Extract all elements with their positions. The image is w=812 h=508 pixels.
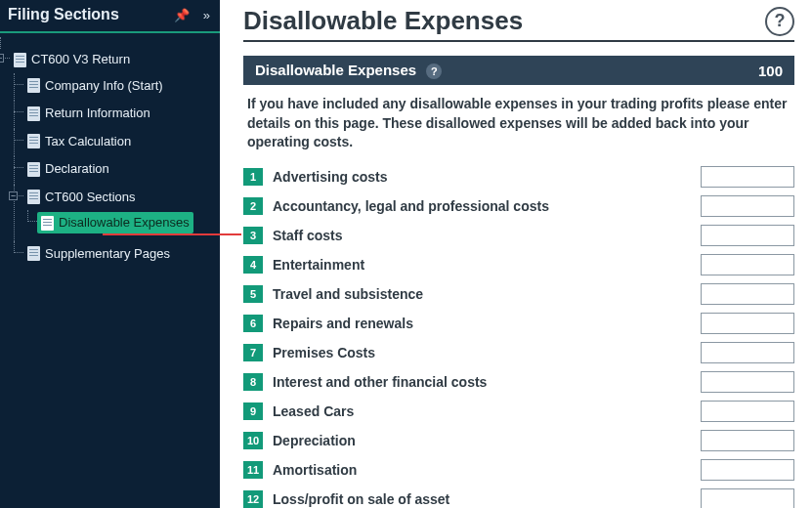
row-number: 7 (243, 344, 263, 361)
row-label: Leased Cars (273, 403, 701, 419)
section-help-icon[interactable]: ? (426, 64, 442, 79)
section-label: Disallowable Expenses (255, 62, 416, 78)
row-label: Accountancy, legal and professional cost… (273, 198, 701, 214)
row-number: 12 (243, 490, 263, 508)
section-total: 100 (758, 63, 783, 79)
expense-row: 3Staff costs (243, 225, 794, 246)
row-number: 2 (243, 197, 263, 215)
row-label: Amortisation (273, 462, 701, 478)
document-icon (41, 216, 54, 231)
row-label: Loss/profit on sale of asset (273, 491, 701, 507)
row-label: Depreciation (273, 433, 701, 448)
expense-row: 4Entertainment (243, 254, 794, 275)
document-icon (27, 106, 40, 121)
document-icon (27, 78, 40, 93)
expense-row: 12Loss/profit on sale of asset (243, 488, 794, 508)
row-label: Entertainment (273, 257, 701, 273)
sidebar-header: Filing Sections 📌 » (0, 0, 220, 33)
row-number: 10 (243, 432, 263, 449)
tree-item-disallowable-expenses[interactable]: Disallowable Expenses (37, 212, 193, 233)
tree-item-ct600-sections[interactable]: CT600 Sections (23, 187, 140, 208)
row-number: 5 (243, 285, 263, 303)
expense-rows: 1Advertising costs2Accountancy, legal an… (243, 166, 794, 508)
expense-row: 6Repairs and renewals (243, 313, 794, 334)
pin-icon[interactable]: 📌 (174, 8, 190, 22)
expense-row: 2Accountancy, legal and professional cos… (243, 195, 794, 217)
row-label: Travel and subsistence (273, 286, 701, 302)
document-icon (27, 162, 40, 177)
expense-row: 8Interest and other financial costs (243, 371, 794, 393)
main-content: Disallowable Expenses ? Disallowable Exp… (220, 0, 812, 508)
row-label: Premises Costs (273, 345, 701, 360)
page-header: Disallowable Expenses ? (243, 4, 794, 42)
row-input[interactable] (701, 371, 794, 393)
document-icon (27, 134, 40, 148)
row-input[interactable] (701, 283, 794, 305)
selection-underline (103, 233, 241, 235)
tree-label: CT600 V3 Return (31, 50, 130, 69)
row-label: Repairs and renewals (273, 316, 701, 331)
row-number: 3 (243, 227, 263, 244)
tree-item-company-info[interactable]: Company Info (Start) (23, 75, 167, 97)
row-input[interactable] (701, 488, 794, 508)
row-input[interactable] (701, 195, 794, 217)
row-input[interactable] (701, 225, 794, 246)
expense-row: 10Depreciation (243, 430, 794, 451)
row-label: Staff costs (273, 228, 701, 243)
collapse-icon[interactable]: » (203, 8, 210, 22)
tree-expander[interactable]: − (0, 54, 4, 63)
tree-root[interactable]: CT600 V3 Return (10, 49, 134, 70)
row-number: 9 (243, 402, 263, 420)
intro-text: If you have included any disallowable ex… (247, 95, 791, 152)
row-number: 4 (243, 256, 263, 274)
tree-item-supplementary[interactable]: Supplementary Pages (23, 243, 174, 265)
expense-row: 9Leased Cars (243, 401, 794, 422)
row-input[interactable] (701, 430, 794, 451)
row-input[interactable] (701, 401, 794, 422)
tree-label: Disallowable Expenses (59, 213, 190, 233)
row-number: 8 (243, 373, 263, 391)
tree-label: Supplementary Pages (45, 244, 170, 264)
page-title: Disallowable Expenses (243, 6, 523, 36)
row-label: Interest and other financial costs (273, 374, 701, 390)
document-icon (27, 246, 40, 261)
row-input[interactable] (701, 313, 794, 334)
tree-label: Declaration (45, 159, 109, 179)
tree-label: Return Information (45, 104, 150, 123)
row-input[interactable] (701, 459, 794, 481)
tree-expander[interactable]: − (9, 191, 18, 200)
row-input[interactable] (701, 166, 794, 188)
sidebar: Filing Sections 📌 » − CT600 V3 Return Co… (0, 0, 220, 508)
tree-item-tax-calc[interactable]: Tax Calculation (23, 131, 135, 152)
expense-row: 5Travel and subsistence (243, 283, 794, 305)
tree-item-return-info[interactable]: Return Information (23, 103, 154, 124)
expense-row: 7Premises Costs (243, 342, 794, 363)
row-number: 6 (243, 315, 263, 332)
expense-row: 11Amortisation (243, 459, 794, 481)
help-icon[interactable]: ? (765, 7, 794, 36)
tree-item-declaration[interactable]: Declaration (23, 158, 113, 180)
tree-label: CT600 Sections (45, 188, 136, 207)
row-input[interactable] (701, 254, 794, 275)
document-icon (14, 53, 26, 67)
row-input[interactable] (701, 342, 794, 363)
row-label: Advertising costs (273, 169, 701, 185)
expense-row: 1Advertising costs (243, 166, 794, 188)
row-number: 1 (243, 168, 263, 186)
tree-label: Company Info (Start) (45, 76, 163, 96)
tree-label: Tax Calculation (45, 132, 131, 151)
document-icon (27, 190, 40, 204)
nav-tree: − CT600 V3 Return Company Info (Start) R… (0, 33, 220, 276)
sidebar-title: Filing Sections (8, 6, 119, 23)
section-band: Disallowable Expenses ? 100 (243, 56, 794, 85)
row-number: 11 (243, 461, 263, 479)
